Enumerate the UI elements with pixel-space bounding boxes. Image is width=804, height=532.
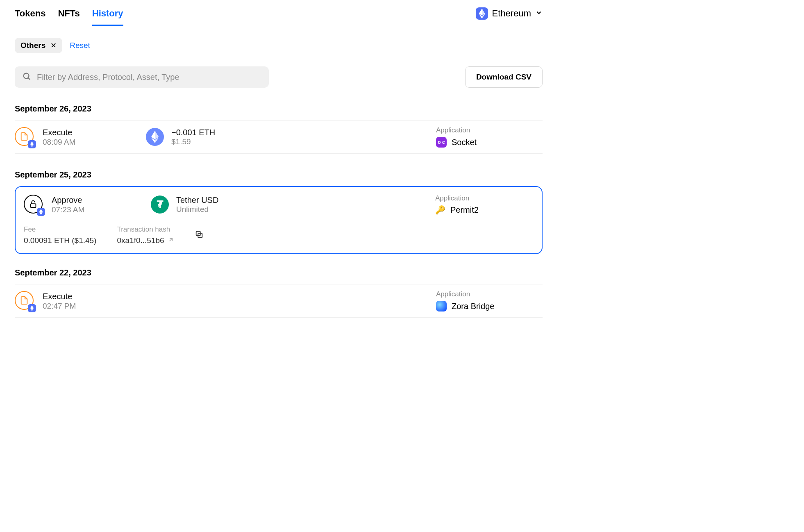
application-label: Application [436, 290, 543, 298]
date-header: September 26, 2023 [15, 104, 543, 114]
fee-label: Fee [24, 225, 96, 234]
transaction-action: Approve [52, 195, 84, 205]
transaction-card-expanded[interactable]: Approve 07:23 AM ₮ Tether USD Unlimited … [15, 186, 543, 254]
date-header: September 25, 2023 [15, 170, 543, 180]
search-box[interactable] [15, 66, 269, 88]
zora-app-icon [436, 301, 447, 311]
external-link-icon[interactable] [168, 236, 174, 245]
ethereum-badge-icon [28, 140, 36, 148]
chevron-down-icon [535, 9, 543, 18]
transaction-type-icon [15, 127, 34, 147]
transaction-row[interactable]: Execute 02:47 PM Application Zora Bridge [15, 284, 543, 318]
key-icon: 🔑 [435, 205, 445, 215]
hash-label: Transaction hash [117, 225, 174, 234]
transaction-time: 02:47 PM [43, 302, 76, 311]
hash-value[interactable]: 0xa1f0...51b6 [117, 236, 164, 245]
svg-line-3 [169, 239, 172, 241]
tab-nfts[interactable]: NFTs [58, 4, 79, 26]
ethereum-badge-icon [28, 304, 36, 312]
eth-asset-icon [146, 128, 164, 146]
chain-name: Ethereum [492, 8, 531, 19]
filter-chip-label: Others [20, 41, 45, 50]
svg-rect-2 [31, 204, 36, 207]
transaction-type-icon [24, 195, 43, 214]
search-icon [22, 72, 31, 82]
application-name: Zora Bridge [452, 302, 495, 311]
transaction-type-icon [15, 291, 34, 311]
svg-line-1 [28, 78, 30, 80]
filter-chip-others[interactable]: Others ✕ [15, 38, 62, 53]
reset-filters[interactable]: Reset [70, 41, 90, 50]
application-name: Socket [452, 138, 477, 147]
socket-app-icon: o c [436, 137, 447, 148]
search-input[interactable] [37, 73, 261, 82]
transaction-action: Execute [43, 291, 76, 302]
transaction-row[interactable]: Execute 08:09 AM −0.001 ETH $1.59 Applic… [15, 120, 543, 154]
application-label: Application [436, 126, 543, 134]
application-name: Permit2 [450, 205, 479, 215]
download-csv-button[interactable]: Download CSV [465, 66, 543, 88]
asset-amount: −0.001 ETH [171, 128, 215, 137]
svg-point-0 [24, 73, 29, 79]
ethereum-badge-icon [37, 208, 45, 216]
tabs: Tokens NFTs History [15, 4, 123, 26]
transaction-time: 08:09 AM [43, 138, 75, 147]
ethereum-icon [476, 7, 488, 20]
application-label: Application [435, 194, 534, 202]
close-icon[interactable]: ✕ [50, 41, 57, 50]
asset-amount: Unlimited [176, 205, 218, 214]
fee-value: 0.00091 ETH ($1.45) [24, 236, 96, 245]
asset-name: Tether USD [176, 196, 218, 205]
copy-icon[interactable] [195, 233, 204, 240]
date-header: September 22, 2023 [15, 268, 543, 277]
tab-history[interactable]: History [92, 4, 123, 26]
chain-selector[interactable]: Ethereum [476, 7, 543, 23]
transaction-action: Execute [43, 127, 75, 138]
transaction-time: 07:23 AM [52, 205, 84, 214]
tab-tokens[interactable]: Tokens [15, 4, 45, 26]
tether-asset-icon: ₮ [151, 196, 169, 214]
asset-usd: $1.59 [171, 137, 215, 146]
